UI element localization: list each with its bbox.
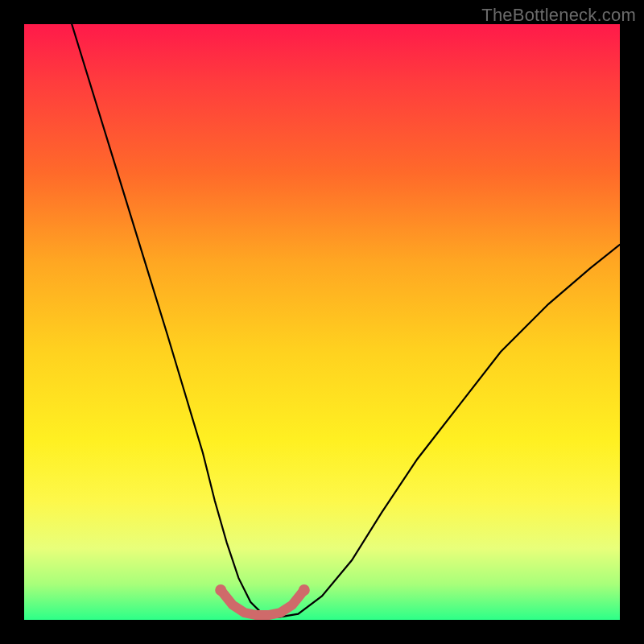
highlight-end-right [299, 584, 310, 596]
plot-area [24, 24, 620, 620]
bottleneck-curve [72, 24, 620, 617]
floor-highlight [221, 590, 304, 615]
curve-layer [24, 24, 620, 620]
watermark-text: TheBottleneck.com [481, 5, 636, 26]
highlight-end-left [215, 584, 226, 596]
chart-frame: TheBottleneck.com [0, 0, 644, 644]
